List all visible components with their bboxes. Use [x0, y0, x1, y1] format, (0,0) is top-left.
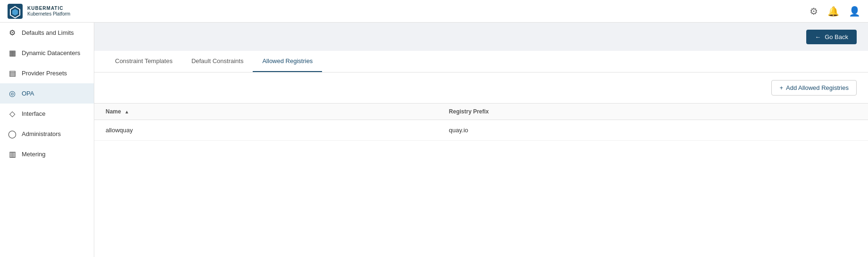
- top-bar: ← Go Back: [94, 23, 868, 51]
- go-back-button[interactable]: ← Go Back: [806, 30, 857, 44]
- sidebar-item-label: Metering: [22, 151, 46, 158]
- interface-icon: ◇: [8, 109, 17, 118]
- table-header-row: Name ▲ Registry Prefix: [94, 104, 868, 120]
- settings-icon[interactable]: ⚙: [810, 6, 818, 17]
- registries-table: Name ▲ Registry Prefix allowquay quay.io: [94, 103, 868, 141]
- bell-icon[interactable]: 🔔: [827, 6, 839, 17]
- sort-icon: ▲: [124, 109, 129, 114]
- sidebar-item-provider-presets[interactable]: ▤ Provider Presets: [0, 63, 94, 83]
- navbar: KUBERMATIC Kubernetes Platform ⚙ 🔔 👤: [0, 0, 868, 23]
- column-header-registry-prefix: Registry Prefix: [438, 104, 868, 120]
- add-button-label: Add Allowed Registries: [786, 84, 849, 91]
- sidebar-item-label: Interface: [22, 110, 46, 117]
- go-back-arrow-icon: ←: [815, 33, 821, 40]
- sidebar-item-dynamic-datacenters[interactable]: ▦ Dynamic Datacenters: [0, 43, 94, 63]
- cell-registry-prefix: quay.io: [438, 120, 868, 141]
- add-allowed-registries-button[interactable]: + Add Allowed Registries: [771, 80, 857, 96]
- sidebar-item-label: Administrators: [22, 130, 61, 137]
- sidebar-item-label: Provider Presets: [22, 70, 67, 77]
- sidebar-item-defaults-limits[interactable]: ⚙ Defaults and Limits: [0, 23, 94, 43]
- opa-icon: ◎: [8, 89, 17, 98]
- logo-text: KUBERMATIC Kubernetes Platform: [27, 6, 70, 17]
- sidebar-item-label: Dynamic Datacenters: [22, 49, 80, 56]
- table-toolbar: + Add Allowed Registries: [94, 72, 868, 103]
- content-area: ← Go Back Constraint Templates Default C…: [94, 23, 868, 257]
- tab-constraint-templates[interactable]: Constraint Templates: [106, 51, 182, 72]
- tab-default-constraints[interactable]: Default Constraints: [182, 51, 253, 72]
- main-layout: ⚙ Defaults and Limits ▦ Dynamic Datacent…: [0, 23, 868, 257]
- sidebar-item-label: Defaults and Limits: [22, 29, 74, 36]
- sidebar-item-administrators[interactable]: ◯ Administrators: [0, 124, 94, 144]
- metering-icon: ▥: [8, 150, 17, 159]
- sidebar-item-metering[interactable]: ▥ Metering: [0, 144, 94, 164]
- column-header-name[interactable]: Name ▲: [94, 104, 438, 120]
- administrators-icon: ◯: [8, 129, 17, 138]
- sidebar-item-opa[interactable]: ◎ OPA: [0, 83, 94, 104]
- sidebar: ⚙ Defaults and Limits ▦ Dynamic Datacent…: [0, 23, 94, 257]
- sidebar-item-label: OPA: [22, 90, 34, 97]
- logo: KUBERMATIC Kubernetes Platform: [8, 4, 70, 19]
- go-back-label: Go Back: [825, 33, 848, 40]
- defaults-limits-icon: ⚙: [8, 28, 17, 37]
- table-row: allowquay quay.io: [94, 120, 868, 141]
- sidebar-item-interface[interactable]: ◇ Interface: [0, 104, 94, 124]
- user-icon[interactable]: 👤: [849, 6, 860, 17]
- cell-name: allowquay: [94, 120, 438, 141]
- brand-subtitle: Kubernetes Platform: [27, 11, 70, 17]
- logo-icon: [8, 4, 23, 19]
- tabs-container: Constraint Templates Default Constraints…: [94, 51, 868, 72]
- navbar-icons: ⚙ 🔔 👤: [810, 6, 860, 17]
- dynamic-datacenters-icon: ▦: [8, 48, 17, 57]
- brand-name: KUBERMATIC: [27, 6, 70, 11]
- plus-icon: +: [779, 84, 783, 91]
- tab-allowed-registries[interactable]: Allowed Registries: [253, 51, 322, 72]
- provider-presets-icon: ▤: [8, 69, 17, 78]
- table-area: + Add Allowed Registries Name ▲ Registry…: [94, 72, 868, 257]
